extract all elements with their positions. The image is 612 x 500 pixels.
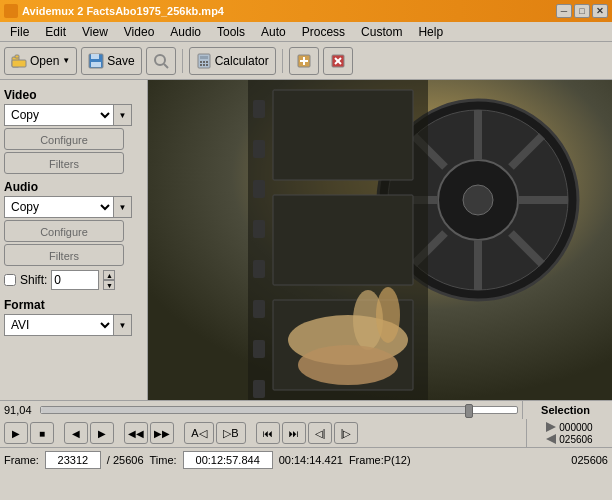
- svg-point-52: [298, 345, 398, 385]
- prev-icon: ◀: [72, 428, 80, 439]
- menu-auto[interactable]: Auto: [253, 23, 294, 41]
- menu-process[interactable]: Process: [294, 23, 353, 41]
- extra-btn-1[interactable]: [289, 47, 319, 75]
- minimize-button[interactable]: ─: [556, 4, 572, 18]
- prev-frame-button[interactable]: ◀: [64, 422, 88, 444]
- video-section-label: Video: [4, 88, 143, 102]
- toolbar-separator-2: [282, 49, 283, 73]
- video-preview: [148, 80, 612, 400]
- menu-help[interactable]: Help: [410, 23, 451, 41]
- progress-bar[interactable]: [40, 406, 518, 414]
- sel-b-row: 025606: [546, 434, 592, 445]
- svg-rect-39: [253, 140, 265, 158]
- sel-b-value: 025606: [559, 434, 592, 445]
- time-input[interactable]: [183, 451, 273, 469]
- extra-btn-2[interactable]: [323, 47, 353, 75]
- open-dropdown-icon[interactable]: ▼: [62, 56, 70, 65]
- video-codec-select[interactable]: Copy: [4, 104, 114, 126]
- extra-icon-2: [330, 53, 346, 69]
- play-icon: ▶: [12, 428, 20, 439]
- stop-button[interactable]: ■: [30, 422, 54, 444]
- shift-checkbox[interactable]: [4, 274, 16, 286]
- svg-rect-44: [253, 340, 265, 358]
- stop-icon: ■: [39, 428, 45, 439]
- format-select[interactable]: AVI: [4, 314, 114, 336]
- frame-input[interactable]: [45, 451, 101, 469]
- svg-rect-9: [200, 56, 208, 59]
- menu-tools[interactable]: Tools: [209, 23, 253, 41]
- audio-codec-arrow[interactable]: ▼: [114, 196, 132, 218]
- svg-line-7: [164, 64, 168, 68]
- open-button[interactable]: Open ▼: [4, 47, 77, 75]
- svg-rect-38: [253, 100, 265, 118]
- bottom-bar: 91,04 Selection ▶ ■ ◀ ▶ ◀◀ ▶▶ A◁: [0, 400, 612, 471]
- prev-fast-button[interactable]: ◀◀: [124, 422, 148, 444]
- shift-down-button[interactable]: ▼: [103, 280, 115, 290]
- sel-b-icon: [546, 434, 556, 444]
- controls-row: ▶ ■ ◀ ▶ ◀◀ ▶▶ A◁ ▷B ⏮ ⏭ ◁| |▷ 000000: [0, 419, 612, 447]
- frame-num: 025606: [571, 454, 608, 466]
- next-frame-button[interactable]: ▶: [90, 422, 114, 444]
- begin-button[interactable]: ⏮: [256, 422, 280, 444]
- next-keyframe-button[interactable]: |▷: [334, 422, 358, 444]
- sel-a-row: 000000: [546, 422, 592, 433]
- next-fast-button[interactable]: ▶▶: [150, 422, 174, 444]
- video-codec-wrapper: Copy ▼: [4, 104, 143, 126]
- menu-file[interactable]: File: [2, 23, 37, 41]
- play-button[interactable]: ▶: [4, 422, 28, 444]
- calculator-button[interactable]: Calculator: [189, 47, 276, 75]
- svg-rect-41: [253, 220, 265, 238]
- video-canvas: [148, 80, 612, 400]
- progress-row: 91,04 Selection: [0, 401, 612, 419]
- menu-view[interactable]: View: [74, 23, 116, 41]
- video-configure-button[interactable]: Configure: [4, 128, 124, 150]
- audio-codec-select[interactable]: Copy: [4, 196, 114, 218]
- progress-label: 91,04: [4, 404, 36, 416]
- frame-type: Frame:P(12): [349, 454, 411, 466]
- menu-edit[interactable]: Edit: [37, 23, 74, 41]
- menu-audio[interactable]: Audio: [162, 23, 209, 41]
- status-row: Frame: / 25606 Time: 00:14:14.421 Frame:…: [0, 447, 612, 471]
- svg-point-6: [155, 55, 165, 65]
- extra-icon-1: [296, 53, 312, 69]
- mark-a-button[interactable]: A◁: [184, 422, 214, 444]
- magnifier-button[interactable]: [146, 47, 176, 75]
- end-button[interactable]: ⏭: [282, 422, 306, 444]
- next-icon: ▶: [98, 428, 106, 439]
- open-icon: [11, 53, 27, 69]
- svg-rect-5: [91, 62, 101, 67]
- title-bar: Avidemux 2 FactsAbo1975_256kb.mp4 ─ □ ✕: [0, 0, 612, 22]
- shift-label: Shift:: [20, 273, 47, 287]
- main-area: Video Copy ▼ Configure Filters Audio Cop…: [0, 80, 612, 400]
- save-icon: [88, 53, 104, 69]
- progress-fill: [41, 407, 469, 413]
- svg-point-28: [463, 185, 493, 215]
- toolbar: Open ▼ Save: [0, 42, 612, 80]
- close-button[interactable]: ✕: [592, 4, 608, 18]
- format-arrow[interactable]: ▼: [114, 314, 132, 336]
- shift-spinner: ▲ ▼: [103, 270, 115, 290]
- menu-custom[interactable]: Custom: [353, 23, 410, 41]
- shift-up-button[interactable]: ▲: [103, 270, 115, 280]
- audio-configure-button[interactable]: Configure: [4, 220, 124, 242]
- extra-time: 00:14:14.421: [279, 454, 343, 466]
- video-filters-button[interactable]: Filters: [4, 152, 124, 174]
- selection-label: Selection: [541, 404, 590, 416]
- progress-thumb[interactable]: [465, 404, 473, 418]
- audio-filters-button[interactable]: Filters: [4, 244, 124, 266]
- sel-a-value: 000000: [559, 422, 592, 433]
- format-wrapper: AVI ▼: [4, 314, 143, 336]
- prev-keyframe-button[interactable]: ◁|: [308, 422, 332, 444]
- svg-rect-46: [273, 90, 413, 180]
- format-section-label: Format: [4, 298, 143, 312]
- save-button[interactable]: Save: [81, 47, 141, 75]
- svg-rect-40: [253, 180, 265, 198]
- menu-video[interactable]: Video: [116, 23, 162, 41]
- mark-b-button[interactable]: ▷B: [216, 422, 246, 444]
- maximize-button[interactable]: □: [574, 4, 590, 18]
- title-buttons: ─ □ ✕: [556, 4, 608, 18]
- shift-input[interactable]: [51, 270, 99, 290]
- svg-rect-14: [203, 64, 205, 66]
- svg-rect-43: [253, 300, 265, 318]
- video-codec-arrow[interactable]: ▼: [114, 104, 132, 126]
